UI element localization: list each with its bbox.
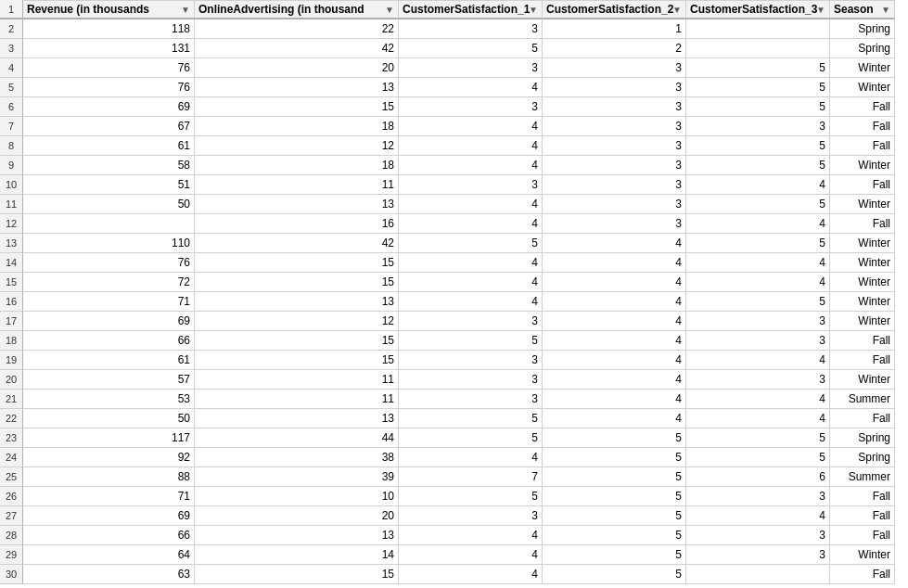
online-cell[interactable]: 20 <box>195 58 399 78</box>
cs2-cell[interactable]: 4 <box>543 273 686 292</box>
row-number[interactable]: 7 <box>0 117 23 136</box>
revenue-cell[interactable]: 67 <box>23 117 195 136</box>
cs2-cell[interactable]: 2 <box>543 39 686 58</box>
row-number[interactable]: 22 <box>0 409 23 428</box>
row-number[interactable]: 13 <box>0 234 23 253</box>
revenue-cell[interactable]: 92 <box>23 448 195 467</box>
online-cell[interactable]: 11 <box>195 390 399 409</box>
season-cell[interactable]: Winter <box>830 156 895 175</box>
cs1-cell[interactable]: 4 <box>399 526 543 545</box>
row-number[interactable]: 8 <box>0 136 23 156</box>
revenue-cell[interactable]: 66 <box>23 526 195 545</box>
cs1-cell[interactable]: 3 <box>399 312 543 331</box>
cs2-cell[interactable]: 4 <box>543 351 686 370</box>
cs3-cell[interactable]: 5 <box>686 78 830 97</box>
cs3-cell[interactable]: 6 <box>686 467 830 487</box>
season-cell[interactable]: Spring <box>830 448 895 467</box>
row-number[interactable]: 11 <box>0 195 23 214</box>
row-number[interactable]: 12 <box>0 214 23 234</box>
online-cell[interactable]: 13 <box>195 195 399 214</box>
revenue-cell[interactable]: 66 <box>23 331 195 351</box>
cs2-cell[interactable]: 3 <box>543 156 686 175</box>
header-cs2[interactable]: CustomerSatisfaction_2 ▼ <box>543 0 686 19</box>
season-cell[interactable]: Winter <box>830 78 895 97</box>
cs1-cell[interactable]: 4 <box>399 292 543 312</box>
cs2-cell[interactable]: 3 <box>543 136 686 156</box>
revenue-cell[interactable]: 63 <box>23 565 195 584</box>
online-cell[interactable]: 15 <box>195 97 399 117</box>
online-cell[interactable]: 22 <box>195 19 399 39</box>
season-cell[interactable]: Winter <box>830 58 895 78</box>
cs3-cell[interactable]: 3 <box>686 545 830 565</box>
cs2-cell[interactable]: 5 <box>543 565 686 584</box>
cs3-cell[interactable]: 3 <box>686 487 830 506</box>
cs2-cell[interactable]: 3 <box>543 78 686 97</box>
season-cell[interactable]: Summer <box>830 467 895 487</box>
filter-icon-cs2[interactable]: ▼ <box>672 5 682 15</box>
online-cell[interactable]: 12 <box>195 312 399 331</box>
cs2-cell[interactable]: 4 <box>543 370 686 390</box>
cs1-cell[interactable]: 4 <box>399 273 543 292</box>
online-cell[interactable]: 13 <box>195 292 399 312</box>
row-number[interactable]: 29 <box>0 545 23 565</box>
cs1-cell[interactable]: 7 <box>399 467 543 487</box>
season-cell[interactable]: Fall <box>830 97 895 117</box>
season-cell[interactable]: Spring <box>830 39 895 58</box>
online-cell[interactable]: 15 <box>195 331 399 351</box>
cs3-cell[interactable]: 4 <box>686 390 830 409</box>
revenue-cell[interactable] <box>23 214 195 234</box>
season-cell[interactable]: Winter <box>830 273 895 292</box>
row-number[interactable]: 6 <box>0 97 23 117</box>
cs3-cell[interactable]: 3 <box>686 370 830 390</box>
cs3-cell[interactable]: 3 <box>686 526 830 545</box>
cs1-cell[interactable]: 5 <box>399 331 543 351</box>
cs1-cell[interactable]: 5 <box>399 234 543 253</box>
cs2-cell[interactable]: 4 <box>543 234 686 253</box>
cs1-cell[interactable]: 4 <box>399 253 543 273</box>
cs2-cell[interactable]: 5 <box>543 428 686 448</box>
row-number[interactable]: 9 <box>0 156 23 175</box>
cs3-cell[interactable]: 4 <box>686 175 830 195</box>
row-number[interactable]: 23 <box>0 428 23 448</box>
row-number[interactable]: 27 <box>0 506 23 526</box>
revenue-cell[interactable]: 64 <box>23 545 195 565</box>
cs3-cell[interactable]: 4 <box>686 351 830 370</box>
online-cell[interactable]: 42 <box>195 234 399 253</box>
revenue-cell[interactable]: 76 <box>23 78 195 97</box>
header-online[interactable]: OnlineAdvertising (in thousand ▼ <box>195 0 399 19</box>
cs2-cell[interactable]: 4 <box>543 253 686 273</box>
season-cell[interactable]: Winter <box>830 234 895 253</box>
cs2-cell[interactable]: 5 <box>543 448 686 467</box>
cs1-cell[interactable]: 3 <box>399 351 543 370</box>
cs2-cell[interactable]: 4 <box>543 390 686 409</box>
cs1-cell[interactable]: 3 <box>399 370 543 390</box>
row-number[interactable]: 20 <box>0 370 23 390</box>
online-cell[interactable]: 20 <box>195 506 399 526</box>
cs1-cell[interactable]: 4 <box>399 156 543 175</box>
season-cell[interactable]: Spring <box>830 19 895 39</box>
row-number[interactable]: 30 <box>0 565 23 584</box>
cs3-cell[interactable]: 5 <box>686 428 830 448</box>
cs3-cell[interactable]: 5 <box>686 195 830 214</box>
cs3-cell[interactable]: 5 <box>686 448 830 467</box>
cs2-cell[interactable]: 4 <box>543 409 686 428</box>
row-number[interactable]: 21 <box>0 390 23 409</box>
cs3-cell[interactable]: 3 <box>686 117 830 136</box>
filter-icon-cs3[interactable]: ▼ <box>816 5 825 15</box>
cs3-cell[interactable]: 5 <box>686 156 830 175</box>
online-cell[interactable]: 10 <box>195 487 399 506</box>
cs1-cell[interactable]: 3 <box>399 506 543 526</box>
online-cell[interactable]: 13 <box>195 409 399 428</box>
cs2-cell[interactable]: 5 <box>543 487 686 506</box>
cs2-cell[interactable]: 3 <box>543 195 686 214</box>
season-cell[interactable]: Fall <box>830 136 895 156</box>
row-number[interactable]: 26 <box>0 487 23 506</box>
cs3-cell[interactable]: 5 <box>686 292 830 312</box>
season-cell[interactable]: Fall <box>830 175 895 195</box>
revenue-cell[interactable]: 69 <box>23 312 195 331</box>
season-cell[interactable]: Spring <box>830 428 895 448</box>
cs2-cell[interactable]: 3 <box>543 175 686 195</box>
cs2-cell[interactable]: 3 <box>543 214 686 234</box>
online-cell[interactable]: 39 <box>195 467 399 487</box>
cs1-cell[interactable]: 3 <box>399 97 543 117</box>
